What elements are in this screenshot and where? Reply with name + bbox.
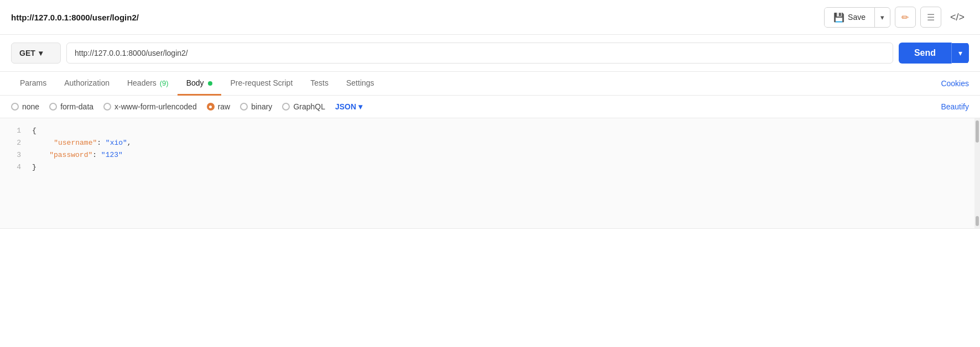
save-icon: 💾 bbox=[833, 12, 845, 23]
beautify-button[interactable]: Beautify bbox=[941, 102, 969, 111]
tab-params[interactable]: Params bbox=[11, 72, 55, 96]
body-options-row: none form-data x-www-form-urlencoded raw… bbox=[0, 96, 980, 118]
code-line-4: } bbox=[32, 161, 970, 174]
method-dropdown[interactable]: GET ▾ bbox=[11, 43, 61, 64]
send-button[interactable]: Send bbox=[899, 43, 952, 64]
code-line-3: "password" : "123" bbox=[32, 149, 970, 161]
scrollbar-thumb-top[interactable] bbox=[976, 120, 979, 143]
top-url-title: http://127.0.0.1:8000/user/login2/ bbox=[11, 13, 139, 22]
top-bar: http://127.0.0.1:8000/user/login2/ 💾 Sav… bbox=[0, 0, 980, 35]
tabs-row: Params Authorization Headers (9) Body Pr… bbox=[0, 72, 980, 96]
radio-raw[interactable] bbox=[207, 103, 215, 111]
edit-icon: ✏ bbox=[901, 12, 909, 23]
method-label: GET bbox=[19, 49, 35, 57]
scrollbar-thumb-bottom[interactable] bbox=[976, 216, 979, 226]
option-raw[interactable]: raw bbox=[207, 102, 231, 111]
vertical-scrollbar[interactable] bbox=[974, 118, 980, 228]
radio-none[interactable] bbox=[11, 103, 19, 111]
top-right-actions: 💾 Save ▾ ✏ ☰ </> bbox=[824, 7, 969, 28]
body-active-dot bbox=[208, 81, 212, 86]
send-chevron-button[interactable]: ▾ bbox=[952, 43, 969, 63]
line-numbers: 1 2 3 4 bbox=[0, 118, 28, 228]
url-input[interactable] bbox=[66, 43, 893, 64]
option-binary[interactable]: binary bbox=[240, 102, 272, 111]
json-label: JSON bbox=[335, 102, 356, 111]
tab-settings[interactable]: Settings bbox=[337, 72, 383, 96]
radio-form-data[interactable] bbox=[49, 103, 57, 111]
comment-icon: ☰ bbox=[927, 12, 935, 23]
radio-x-www[interactable] bbox=[103, 103, 111, 111]
code-line-2: "username" : "xio" , bbox=[32, 137, 970, 149]
code-button[interactable]: </> bbox=[946, 9, 969, 25]
method-chevron-icon: ▾ bbox=[39, 49, 43, 57]
comment-button[interactable]: ☰ bbox=[920, 7, 941, 28]
save-button[interactable]: 💾 Save bbox=[825, 8, 875, 27]
line-num-4: 4 bbox=[0, 161, 28, 174]
cookies-link[interactable]: Cookies bbox=[941, 72, 969, 94]
save-chevron-button[interactable]: ▾ bbox=[875, 9, 890, 26]
option-graphql[interactable]: GraphQL bbox=[282, 102, 325, 111]
option-form-data[interactable]: form-data bbox=[49, 102, 93, 111]
request-row: GET ▾ Send ▾ bbox=[0, 35, 980, 72]
line-num-2: 2 bbox=[0, 137, 28, 149]
save-label: Save bbox=[848, 13, 866, 22]
headers-badge: (9) bbox=[160, 79, 169, 87]
line-num-1: 1 bbox=[0, 125, 28, 137]
option-x-www-form-urlencoded[interactable]: x-www-form-urlencoded bbox=[103, 102, 197, 111]
line-num-3: 3 bbox=[0, 149, 28, 161]
option-none[interactable]: none bbox=[11, 102, 39, 111]
radio-graphql[interactable] bbox=[282, 103, 290, 111]
tab-headers[interactable]: Headers (9) bbox=[118, 72, 178, 96]
tab-tests[interactable]: Tests bbox=[301, 72, 337, 96]
code-editor[interactable]: { "username" : "xio" , "password" : "123… bbox=[28, 118, 974, 228]
editor-area: 1 2 3 4 { "username" : "xio" , "password… bbox=[0, 118, 980, 229]
json-format-select[interactable]: JSON ▾ bbox=[335, 102, 362, 111]
save-btn-group: 💾 Save ▾ bbox=[824, 7, 890, 28]
radio-binary[interactable] bbox=[240, 103, 248, 111]
tab-body[interactable]: Body bbox=[178, 72, 222, 96]
code-line-1: { bbox=[32, 125, 970, 137]
tab-authorization[interactable]: Authorization bbox=[55, 72, 118, 96]
send-btn-group: Send ▾ bbox=[899, 43, 969, 64]
code-icon: </> bbox=[950, 12, 965, 23]
edit-button[interactable]: ✏ bbox=[895, 7, 916, 28]
json-chevron-icon: ▾ bbox=[358, 102, 362, 111]
tab-prerequest[interactable]: Pre-request Script bbox=[221, 72, 301, 96]
